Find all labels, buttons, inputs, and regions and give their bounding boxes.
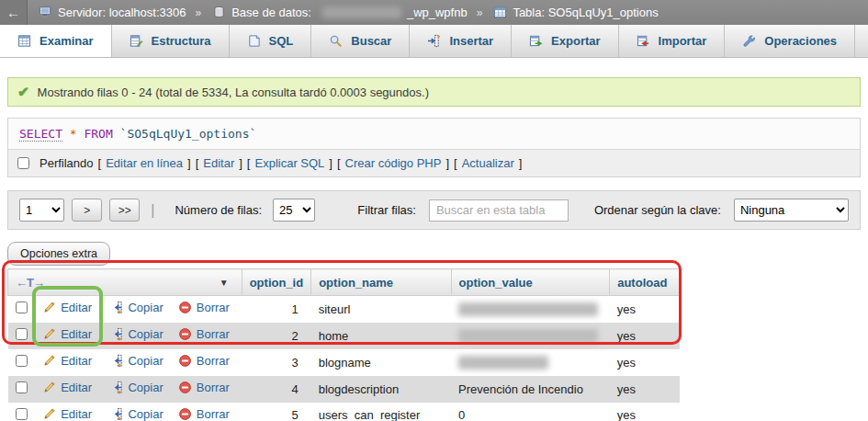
server-icon (39, 6, 52, 19)
tab-label: SQL (269, 34, 294, 48)
profiling-label: Perfilando (39, 156, 94, 170)
copy-row-link[interactable]: Copiar (109, 381, 163, 394)
table-row: Editar Copiar Borrar 2 home yes (8, 323, 680, 349)
tab-importar[interactable]: Importar (619, 25, 726, 57)
results-header-row: ←T→ ▼ option_id option_name option_value… (8, 269, 680, 296)
tab-insertar[interactable]: Insertar (410, 25, 512, 57)
status-message-text: Mostrando filas 0 - 24 (total de 5334, L… (38, 85, 429, 99)
extra-options-button[interactable]: Opciones extra (7, 242, 110, 266)
column-header-autoload[interactable]: autoload (610, 269, 680, 296)
cell-option-id: 4 (242, 376, 311, 403)
tab-estructura[interactable]: Estructura (112, 25, 230, 57)
redacted-database-name (322, 6, 401, 18)
copy-row-icon (109, 301, 123, 314)
edit-row-link[interactable]: Editar (42, 407, 92, 421)
cell-option-name: blogdescription (311, 376, 451, 403)
column-header-option-value[interactable]: option_value (451, 269, 610, 296)
delete-row-link[interactable]: Borrar (178, 407, 230, 421)
profiling-checkbox[interactable] (17, 157, 29, 169)
delete-row-link[interactable]: Borrar (178, 301, 230, 314)
delete-icon (178, 301, 192, 314)
row-checkbox[interactable] (16, 355, 28, 367)
delete-icon (178, 327, 192, 341)
sql-icon (247, 34, 261, 48)
breadcrumb-database[interactable]: Base de datos: _wp_wpfnb (212, 6, 468, 19)
edit-inline-link[interactable]: Editar en línea (106, 156, 183, 170)
row-checkbox[interactable] (16, 381, 28, 393)
breadcrumb-server[interactable]: Servidor: localhost:3306 (39, 6, 186, 19)
sort-key-select[interactable]: Ninguna (734, 199, 849, 222)
tab-exportar[interactable]: Exportar (512, 25, 618, 57)
cell-autoload: yes (610, 376, 680, 403)
explain-sql-link[interactable]: Explicar SQL (254, 156, 324, 170)
edit-row-link[interactable]: Editar (42, 354, 92, 368)
bracket: [ (454, 156, 457, 170)
bracket: ] (187, 156, 191, 170)
tab-operaciones[interactable]: Operaciones (725, 25, 855, 57)
column-header-option-name[interactable]: option_name (311, 269, 451, 296)
edit-link[interactable]: Editar (203, 156, 234, 170)
filter-rows-input[interactable] (429, 199, 569, 222)
cell-option-value (451, 349, 610, 376)
column-toggle-arrows[interactable]: ←T→ (16, 276, 44, 290)
bracket: [ (98, 156, 102, 170)
last-page-button[interactable]: >> (109, 199, 140, 222)
page-select[interactable]: 1 (19, 199, 64, 222)
back-button[interactable]: ← (0, 0, 28, 25)
row-checkbox[interactable] (16, 328, 28, 340)
pencil-icon (42, 407, 56, 421)
copy-row-link[interactable]: Copiar (109, 327, 163, 341)
delete-row-link[interactable]: Borrar (178, 354, 230, 368)
success-check-icon: ✔ (17, 84, 29, 100)
bracket: [ (337, 156, 341, 170)
rows-count-label: Número de filas: (175, 203, 262, 217)
edit-row-link[interactable]: Editar (42, 381, 92, 394)
cell-option-name: users_can_register (311, 403, 451, 421)
status-message: ✔ Mostrando filas 0 - 24 (total de 5334,… (7, 77, 861, 107)
tab-examinar[interactable]: Examinar (0, 25, 112, 57)
copy-row-icon (109, 327, 123, 341)
table-icon (493, 6, 507, 19)
insert-icon (427, 34, 441, 48)
tab-buscar[interactable]: Buscar (311, 25, 410, 57)
tab-label: Operaciones (764, 34, 837, 48)
breadcrumb-database-suffix: _wp_wpfnb (407, 6, 468, 19)
bracket: [ (196, 156, 199, 170)
import-icon (637, 34, 650, 48)
database-icon (212, 6, 226, 19)
refresh-link[interactable]: Actualizar (462, 156, 514, 170)
copy-row-link[interactable]: Copiar (109, 301, 163, 314)
delete-row-link[interactable]: Borrar (178, 327, 230, 341)
bracket: ] (239, 156, 242, 170)
breadcrumb-server-label: Servidor: localhost:3306 (58, 6, 186, 19)
next-page-button[interactable]: > (72, 199, 102, 222)
delete-row-link[interactable]: Borrar (178, 381, 230, 394)
create-php-link[interactable]: Crear código PHP (345, 156, 442, 170)
tab-label: Insertar (449, 34, 493, 48)
cell-option-value: Prevención de Incendio (451, 376, 610, 403)
rows-count-select[interactable]: 25 (273, 199, 315, 222)
pagination-bar: 1 > >> | Número de filas: 25 Filtrar fil… (7, 190, 861, 230)
edit-row-link[interactable]: Editar (42, 301, 92, 314)
copy-row-icon (109, 381, 123, 394)
pencil-icon (42, 354, 56, 368)
breadcrumb-table-label: Tabla: SO5qLqUy1_options (513, 6, 658, 19)
breadcrumb-table[interactable]: Tabla: SO5qLqUy1_options (493, 6, 658, 19)
redacted-value (458, 302, 598, 316)
pencil-icon (42, 327, 56, 341)
row-checkbox[interactable] (16, 408, 28, 420)
bracket: [ (247, 156, 251, 170)
row-checkbox[interactable] (16, 302, 28, 313)
copy-row-link[interactable]: Copiar (109, 407, 163, 421)
copy-row-icon (109, 354, 123, 368)
tab-sql[interactable]: SQL (230, 25, 312, 57)
cell-option-id: 5 (242, 403, 311, 421)
tab-label: Buscar (351, 34, 391, 48)
copy-row-icon (109, 407, 123, 421)
edit-row-link[interactable]: Editar (42, 327, 92, 341)
copy-row-link[interactable]: Copiar (109, 354, 163, 368)
column-header-option-id[interactable]: option_id (242, 269, 311, 296)
tab-disparadores[interactable]: Disparadores (855, 25, 868, 57)
pencil-icon (42, 301, 56, 314)
sort-descending-icon[interactable]: ▼ (220, 278, 229, 288)
